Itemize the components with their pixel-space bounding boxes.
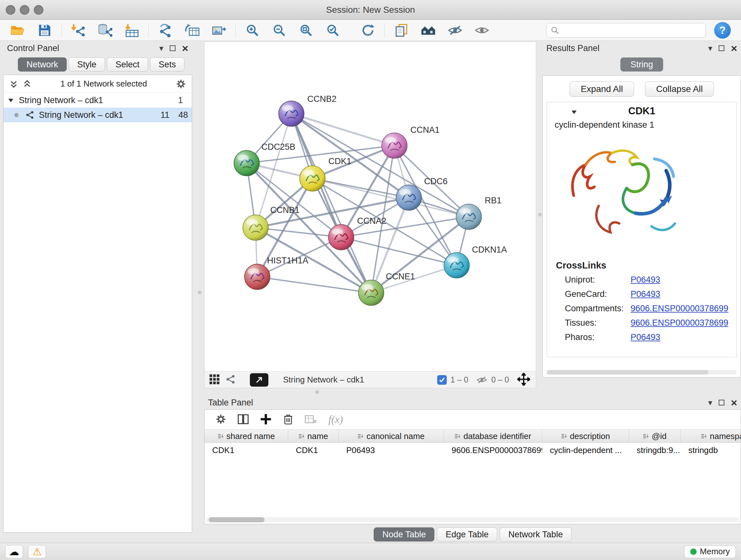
panel-menu-icon[interactable]: ▾ <box>708 398 712 407</box>
hide-selected-button[interactable] <box>442 21 468 40</box>
cloud-button[interactable]: ☁ <box>5 545 23 558</box>
crosslink-value[interactable]: P06493 <box>630 332 660 342</box>
network-edge[interactable] <box>291 114 371 293</box>
close-panel-icon[interactable]: × <box>182 43 188 54</box>
zoom-selected-button[interactable] <box>320 21 346 40</box>
close-panel-icon[interactable]: × <box>731 397 737 408</box>
expand-all-networks-icon[interactable] <box>23 79 31 88</box>
column-header-namespace[interactable]: namespace <box>681 430 741 442</box>
column-header-canonical-name[interactable]: canonical name <box>339 430 444 442</box>
network-collection-row[interactable]: String Network – cdk1 1 <box>3 93 192 108</box>
birdseye-button[interactable] <box>415 21 442 40</box>
splitter-handle[interactable] <box>315 390 319 394</box>
network-node-rb1[interactable] <box>456 204 482 230</box>
tab-edge-table[interactable]: Edge Table <box>437 527 497 542</box>
zoom-fit-button[interactable] <box>293 21 320 40</box>
import-network-database-button[interactable] <box>91 21 118 40</box>
float-panel-icon[interactable] <box>719 45 724 51</box>
column-header-name[interactable]: name <box>288 430 339 442</box>
tab-node-table[interactable]: Node Table <box>374 527 434 542</box>
float-panel-icon[interactable] <box>719 400 724 406</box>
zoom-out-button[interactable] <box>266 21 293 40</box>
new-network-icon <box>158 23 173 37</box>
crosslink-value[interactable]: P06493 <box>630 275 660 285</box>
selected-nodes-checkbox[interactable] <box>437 375 447 385</box>
export-image-button[interactable] <box>205 21 232 40</box>
collapse-all-networks-icon[interactable] <box>9 79 18 88</box>
import-table-button[interactable] <box>118 21 145 40</box>
network-node-cdc25b[interactable] <box>234 150 259 176</box>
show-columns-button[interactable] <box>238 414 249 425</box>
network-node-ccna1[interactable] <box>382 133 407 159</box>
close-panel-icon[interactable]: × <box>731 43 737 54</box>
network-edge[interactable] <box>291 114 469 217</box>
delete-table-button[interactable] <box>305 414 317 425</box>
network-node-ccnb2[interactable] <box>279 101 304 126</box>
column-header-database-identifier[interactable]: database identifier <box>444 430 542 442</box>
new-network-button[interactable] <box>152 21 179 40</box>
fit-selected-button[interactable] <box>517 373 530 387</box>
crosslink-value[interactable]: 9606.ENSP00000378699 <box>630 304 728 314</box>
panel-menu-icon[interactable]: ▾ <box>159 44 163 52</box>
save-session-button[interactable] <box>31 21 58 40</box>
tab-sets[interactable]: Sets <box>150 57 185 71</box>
results-scrollbar-thumb[interactable] <box>547 370 709 374</box>
toolbar-separator <box>235 23 236 38</box>
crosslink-value[interactable]: P06493 <box>630 289 660 299</box>
network-options-gear-icon[interactable] <box>176 79 186 89</box>
copy-button[interactable] <box>388 21 415 40</box>
delete-column-button[interactable] <box>283 414 293 426</box>
splitter-handle[interactable] <box>538 212 542 216</box>
zoom-in-button[interactable] <box>239 21 266 40</box>
function-builder-button[interactable]: f(x) <box>328 414 343 426</box>
expand-all-button[interactable]: Expand All <box>569 81 634 97</box>
table-row[interactable]: CDK1CDK1P064939606.ENSP00000378699cyclin… <box>205 443 741 457</box>
show-all-button[interactable] <box>468 21 495 40</box>
network-row[interactable]: String Network – cdk1 11 48 <box>3 108 192 122</box>
collection-expand-icon[interactable] <box>7 97 14 104</box>
network-node-cdk1[interactable] <box>300 166 325 191</box>
tab-network-table[interactable]: Network Table <box>500 527 571 542</box>
collection-name: String Network – cdk1 <box>19 96 103 105</box>
table-cell: cyclin-dependent ... <box>542 443 629 457</box>
float-panel-icon[interactable] <box>170 45 176 51</box>
tab-select[interactable]: Select <box>107 57 148 71</box>
tab-string[interactable]: String <box>620 57 664 71</box>
network-edge[interactable] <box>257 277 371 293</box>
network-node-cdc6[interactable] <box>396 185 421 210</box>
tab-network[interactable]: Network <box>18 57 67 71</box>
open-in-window-button[interactable] <box>250 373 268 387</box>
network-node-ccnb1[interactable] <box>243 215 268 240</box>
collapse-gene-icon[interactable] <box>570 109 578 116</box>
copy-document-icon <box>394 23 409 37</box>
refresh-button[interactable] <box>354 21 381 40</box>
network-node-hist1h1a[interactable] <box>245 264 270 290</box>
crosslink-value[interactable]: 9606.ENSP00000378699 <box>630 318 728 328</box>
table-options-button[interactable] <box>215 414 226 426</box>
import-network-file-button[interactable] <box>65 21 91 40</box>
column-header-shared-name[interactable]: shared name <box>205 430 288 442</box>
network-node-cdkn1a[interactable] <box>444 253 469 278</box>
network-node-ccne1[interactable] <box>358 280 384 306</box>
network-edge[interactable] <box>291 114 394 145</box>
search-input[interactable] <box>562 25 702 35</box>
open-session-button[interactable] <box>4 21 31 40</box>
new-table-button[interactable] <box>179 21 205 40</box>
splitter-handle[interactable] <box>198 291 202 294</box>
add-column-button[interactable] <box>260 414 272 426</box>
grid-view-button[interactable] <box>209 374 220 386</box>
collapse-all-button[interactable]: Collapse All <box>645 81 714 97</box>
results-scrollbar[interactable] <box>547 370 737 374</box>
column-header-description[interactable]: description <box>542 430 629 442</box>
memory-button[interactable]: Memory <box>684 545 736 558</box>
panel-menu-icon[interactable]: ▾ <box>708 44 712 52</box>
tab-style[interactable]: Style <box>69 57 105 71</box>
network-overview-button[interactable] <box>226 374 236 385</box>
warnings-button[interactable]: ⚠ <box>28 545 46 558</box>
help-button[interactable]: ? <box>714 22 731 39</box>
network-node-ccna2[interactable] <box>328 225 354 250</box>
column-header-@id[interactable]: @id <box>629 430 681 442</box>
scrollbar-thumb[interactable] <box>209 517 265 522</box>
network-graph[interactable]: CCNB2CCNA1CDC25BCDK1CDC6RB1CCNB1CCNA2CDK… <box>205 42 536 371</box>
table-toolbar: f(x) <box>205 410 741 429</box>
